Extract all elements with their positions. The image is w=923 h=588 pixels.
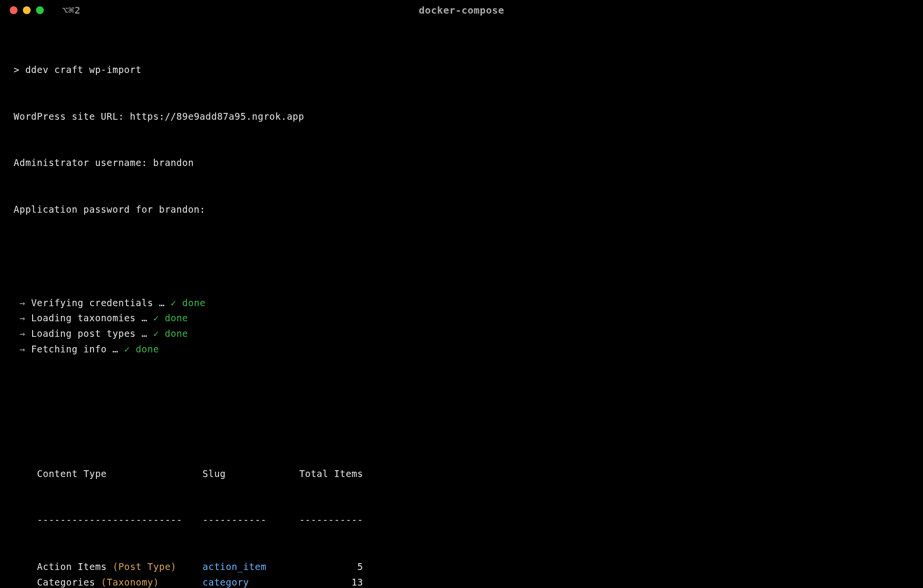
- header-content-type: Content Type: [37, 466, 203, 482]
- content-kind: (Post Type): [107, 561, 176, 572]
- done-label: done: [130, 344, 159, 354]
- arrow-icon: →: [19, 328, 25, 339]
- password-line: Application password for brandon:: [14, 202, 909, 218]
- check-icon: ✓: [153, 312, 159, 323]
- table-row: Categories (Taxonomy)category13: [37, 575, 909, 588]
- cell-slug: action_item: [203, 559, 290, 575]
- check-icon: ✓: [170, 297, 176, 308]
- admin-user-value: brandon: [153, 157, 194, 168]
- traffic-lights: [10, 6, 44, 14]
- content-name: Categories: [37, 577, 95, 588]
- cell-total: 13: [290, 575, 363, 588]
- cell-content-type: Action Items (Post Type): [37, 559, 203, 575]
- content-table: Content TypeSlugTotal Items ------------…: [14, 435, 909, 588]
- divider-slug: -----------: [203, 513, 290, 528]
- step-line: → Fetching info … ✓ done: [14, 342, 909, 357]
- done-label: done: [176, 297, 205, 308]
- divider-total: -----------: [290, 513, 363, 528]
- table-header-row: Content TypeSlugTotal Items: [37, 466, 909, 482]
- admin-user-line: Administrator username: brandon: [14, 155, 909, 171]
- password-label: Application password for brandon:: [14, 204, 205, 215]
- cell-total: 5: [290, 559, 363, 575]
- header-slug: Slug: [203, 466, 290, 482]
- table-row: Action Items (Post Type)action_item5: [37, 559, 909, 575]
- table-divider-row: ----------------------------------------…: [37, 513, 909, 528]
- cell-slug: category: [203, 575, 290, 588]
- arrow-icon: →: [19, 312, 25, 323]
- step-label: Loading taxonomies …: [25, 312, 153, 323]
- titlebar: ⌥⌘2 docker-compose: [0, 0, 923, 20]
- terminal-output[interactable]: > ddev craft wp-import WordPress site UR…: [0, 20, 923, 588]
- step-line: → Loading post types … ✓ done: [14, 326, 909, 342]
- done-label: done: [159, 312, 188, 323]
- site-url-label: WordPress site URL:: [14, 111, 124, 122]
- minimize-button[interactable]: [23, 6, 31, 14]
- step-label: Loading post types …: [25, 328, 153, 339]
- divider-type: -------------------------: [37, 513, 203, 528]
- site-url-value: https://89e9add87a95.ngrok.app: [130, 111, 304, 122]
- command-line: > ddev craft wp-import: [14, 62, 909, 78]
- arrow-icon: →: [19, 297, 25, 308]
- done-label: done: [159, 328, 188, 339]
- admin-user-label: Administrator username:: [14, 157, 148, 168]
- shortcut-hint: ⌥⌘2: [62, 4, 81, 16]
- content-kind: (Taxonomy): [95, 577, 159, 588]
- check-icon: ✓: [153, 328, 159, 339]
- step-line: → Loading taxonomies … ✓ done: [14, 311, 909, 326]
- step-label: Verifying credentials …: [25, 297, 170, 308]
- step-line: → Verifying credentials … ✓ done: [14, 295, 909, 311]
- close-button[interactable]: [10, 6, 18, 14]
- check-icon: ✓: [124, 344, 130, 354]
- maximize-button[interactable]: [36, 6, 44, 14]
- site-url-line: WordPress site URL: https://89e9add87a95…: [14, 109, 909, 125]
- content-name: Action Items: [37, 561, 107, 572]
- arrow-icon: →: [19, 344, 25, 354]
- cell-content-type: Categories (Taxonomy): [37, 575, 203, 588]
- step-label: Fetching info …: [25, 344, 124, 354]
- prompt-symbol: >: [14, 64, 19, 75]
- steps-list: → Verifying credentials … ✓ done→ Loadin…: [14, 295, 909, 358]
- window-title: docker-compose: [419, 4, 504, 16]
- header-total: Total Items: [290, 466, 363, 482]
- command-text: ddev craft wp-import: [25, 64, 142, 75]
